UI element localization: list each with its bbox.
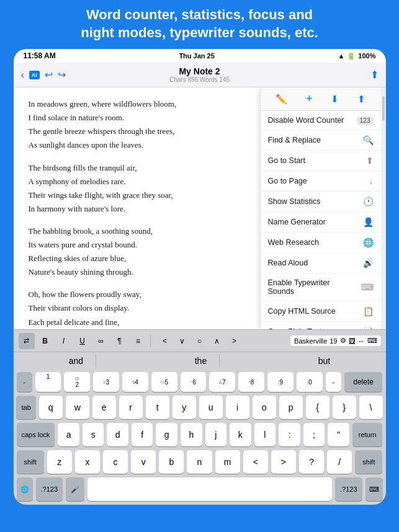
bold-button[interactable]: B <box>37 333 53 349</box>
underline-button[interactable]: U <box>74 333 91 349</box>
key-j[interactable]: j <box>205 423 227 446</box>
key-6[interactable]: ^6 <box>181 372 207 392</box>
menu-item-find-replace[interactable]: Find & Replace 🔍 <box>261 130 381 151</box>
key-q[interactable]: q <box>39 396 63 419</box>
num-key-right[interactable]: .?123 <box>335 477 362 501</box>
font-image-icon[interactable]: 🖼 <box>349 337 356 345</box>
nav-down-button[interactable]: ∨ <box>174 333 191 349</box>
font-selector[interactable]: Baskerville 19 ⚙ 🖼 ↔ ⌨ <box>290 335 380 346</box>
format-style-button[interactable]: ⇄ <box>19 333 35 349</box>
menu-item-name-generator[interactable]: Name Generator 👤 <box>261 212 381 233</box>
key-colon[interactable]: : <box>279 423 300 446</box>
key-a[interactable]: a <box>58 423 79 446</box>
delete-key[interactable]: delete <box>344 372 383 392</box>
key-p[interactable]: p <box>279 396 303 419</box>
key-1[interactable]: 1 <box>35 372 61 392</box>
key-slash[interactable]: / <box>327 450 352 474</box>
nav-up-button[interactable]: ∧ <box>209 333 225 349</box>
menu-item-show-statistics[interactable]: Show Statistics 🕐 <box>261 192 381 212</box>
font-keyboard-icon[interactable]: ⌨ <box>367 337 377 345</box>
download-icon[interactable]: ⬇ <box>331 94 339 105</box>
key-u[interactable]: u <box>199 396 223 419</box>
tab-key[interactable]: tab <box>16 396 35 419</box>
menu-item-go-to-start[interactable]: Go to Start ⬆ <box>261 151 381 171</box>
autocomplete-the[interactable]: the <box>182 355 220 367</box>
emoji-key[interactable]: 🌐 <box>17 477 33 501</box>
scrollbar[interactable] <box>381 87 386 329</box>
font-settings-icon[interactable]: ⚙ <box>340 337 346 345</box>
key-3[interactable]: #3 <box>93 372 119 392</box>
key-b[interactable]: b <box>159 450 184 474</box>
nav-next-button[interactable]: > <box>226 333 243 349</box>
key-d[interactable]: d <box>107 423 128 446</box>
key-9[interactable]: (9 <box>267 372 294 392</box>
space-key[interactable] <box>87 477 332 501</box>
redo-button[interactable]: ↪ <box>58 69 66 81</box>
key-s[interactable]: s <box>83 423 104 446</box>
keyboard-hide-key[interactable]: ⌨ <box>365 477 383 501</box>
key-w[interactable]: w <box>66 396 89 419</box>
share-button[interactable]: ⬆ <box>370 69 379 81</box>
key-x[interactable]: x <box>75 450 100 474</box>
key-8[interactable]: *8 <box>238 372 264 392</box>
pencil-icon[interactable]: ✏️ <box>276 94 287 105</box>
menu-item-typewriter-sounds[interactable]: Enable Typewriter Sounds ⌨ <box>261 273 381 301</box>
menu-item-go-to-page[interactable]: Go to Page ↓ <box>261 171 381 192</box>
caps-lock-key[interactable]: caps lock <box>17 423 55 446</box>
menu-item-copy-html[interactable]: Copy HTML Source 📋 <box>261 301 381 322</box>
key-k[interactable]: k <box>230 423 251 446</box>
plus-icon[interactable]: + <box>306 92 313 105</box>
key-r[interactable]: r <box>119 396 143 419</box>
key-m[interactable]: m <box>215 450 240 474</box>
key-n[interactable]: n <box>187 450 212 474</box>
key-o[interactable]: o <box>253 396 276 419</box>
key-0[interactable]: )0 <box>297 372 323 392</box>
key-lt[interactable]: < <box>243 450 268 474</box>
nav-prev-button[interactable]: < <box>157 333 173 349</box>
key-e[interactable]: e <box>92 396 116 419</box>
key-backslash[interactable]: \ <box>359 396 383 419</box>
key-open-brace[interactable]: { <box>306 396 330 419</box>
key-h[interactable]: h <box>181 423 202 446</box>
menu-item-read-aloud[interactable]: Read Aloud 🔊 <box>261 253 381 273</box>
menu-item-disable-word-counter[interactable]: Disable Word Counter 123 <box>261 111 381 130</box>
share-icon[interactable]: ⬆ <box>357 94 365 105</box>
key-7[interactable]: &7 <box>209 372 235 392</box>
key-minus-top[interactable]: - <box>17 372 32 392</box>
key-i[interactable]: i <box>226 396 249 419</box>
return-key[interactable]: return <box>352 423 383 446</box>
key-question[interactable]: ? <box>299 450 324 474</box>
paragraph-button[interactable]: ¶ <box>112 333 128 349</box>
key-semicolon[interactable]: ; <box>303 423 325 446</box>
key-t[interactable]: t <box>146 396 169 419</box>
key-4[interactable]: $4 <box>122 372 148 392</box>
key-c[interactable]: c <box>103 450 128 474</box>
key-quote[interactable]: " <box>328 423 349 446</box>
key-v[interactable]: v <box>131 450 156 474</box>
autocomplete-but[interactable]: but <box>306 355 343 367</box>
menu-item-copy-plain-text[interactable]: Copy Plain Text 📄 <box>261 322 381 329</box>
key-gt[interactable]: > <box>271 450 296 474</box>
font-arrow-icon[interactable]: ↔ <box>358 337 365 345</box>
num-key-left[interactable]: .?123 <box>36 477 63 501</box>
link-button[interactable]: ∞ <box>93 333 109 349</box>
key-f[interactable]: f <box>132 423 153 446</box>
key-2[interactable]: @2 <box>64 372 90 392</box>
key-y[interactable]: y <box>173 396 196 419</box>
autocomplete-and[interactable]: and <box>56 355 96 367</box>
shift-key-right[interactable]: shift <box>355 450 382 474</box>
key-l[interactable]: l <box>254 423 276 446</box>
back-button[interactable]: ‹ <box>21 69 24 81</box>
shift-key-left[interactable]: shift <box>17 450 44 474</box>
align-button[interactable]: ≡ <box>130 333 146 349</box>
key-z[interactable]: z <box>47 450 72 474</box>
text-editor[interactable]: In meadows green, where wildflowers bloo… <box>14 87 260 329</box>
key-minus2[interactable]: - <box>326 372 341 392</box>
ai-button[interactable]: AI <box>29 71 40 79</box>
mic-key[interactable]: 🎤 <box>66 477 84 501</box>
italic-button[interactable]: I <box>56 333 72 349</box>
key-5[interactable]: %5 <box>151 372 177 392</box>
undo-button[interactable]: ↩ <box>45 69 53 81</box>
nav-circle-button[interactable]: ○ <box>192 333 208 349</box>
key-g[interactable]: g <box>156 423 177 446</box>
